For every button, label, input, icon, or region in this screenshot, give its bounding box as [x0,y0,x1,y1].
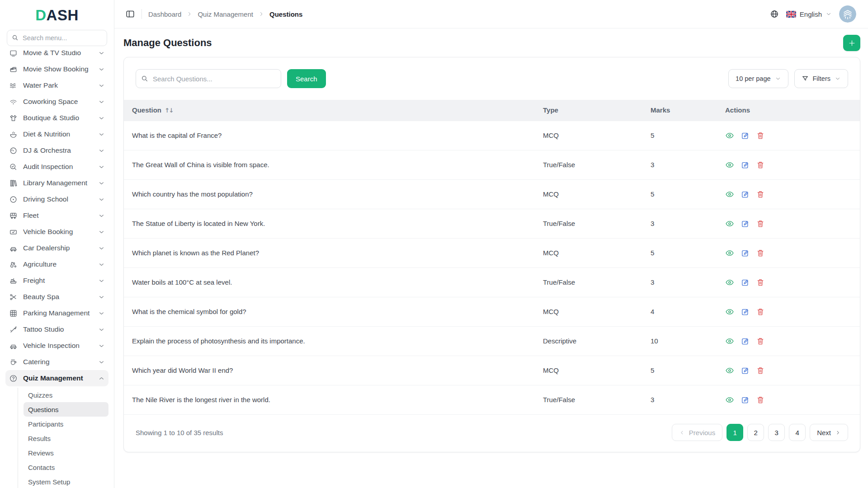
edit-pencil-icon [741,190,750,199]
view-button[interactable] [725,366,734,375]
question-search-input[interactable] [136,69,281,88]
breadcrumb-questions: Questions [269,10,302,18]
sidebar-toggle-button[interactable] [125,9,135,19]
delete-button[interactable] [756,307,765,316]
globe-button[interactable] [770,9,779,19]
sidebar: DASH Movie & TV StudioMovie Show Booking… [0,0,114,488]
view-button[interactable] [725,307,734,316]
sidebar-item-parking-management[interactable]: Parking Management [5,305,108,321]
delete-button[interactable] [756,366,765,375]
previous-label: Previous [689,429,715,436]
sidebar-item-agriculture[interactable]: Agriculture [5,256,108,272]
trash-icon [756,160,765,169]
sidebar-item-label: Freight [23,277,93,285]
sidebar-item-water-park[interactable]: Water Park [5,77,108,94]
delete-button[interactable] [756,249,765,258]
sidebar-item-boutique-studio[interactable]: Boutique & Studio [5,110,108,126]
edit-button[interactable] [741,190,750,199]
sidebar-search-input[interactable] [7,30,107,46]
user-avatar[interactable] [839,5,856,23]
sidebar-item-diet-nutrition[interactable]: Diet & Nutrition [5,126,108,142]
sidebar-item-fleet[interactable]: Fleet [5,207,108,224]
per-page-select[interactable]: 10 per page [728,69,788,88]
movie-tv-studio-icon [9,51,18,57]
marks-cell: 4 [651,297,725,326]
view-button[interactable] [725,219,734,228]
view-button[interactable] [725,278,734,287]
sidebar-item-coworking-space[interactable]: Coworking Space [5,94,108,110]
eye-icon [725,307,734,316]
edit-pencil-icon [741,219,750,228]
page-button-4[interactable]: 4 [789,424,806,441]
page-button-2[interactable]: 2 [747,424,764,441]
brand-logo[interactable]: DASH [0,7,114,24]
sidebar-item-movie-show-booking[interactable]: Movie Show Booking [5,61,108,77]
sidebar-item-tattoo-studio[interactable]: Tattoo Studio [5,321,108,338]
sidebar-subitem-questions[interactable]: Questions [24,402,108,417]
sidebar-item-vehicle-inspection[interactable]: Vehicle Inspection [5,338,108,354]
table-row: Which planet is known as the Red Planet?… [124,238,860,267]
delete-button[interactable] [756,190,765,199]
delete-button[interactable] [756,219,765,228]
actions-cell [725,385,860,414]
sidebar-subitem-reviews[interactable]: Reviews [24,446,108,460]
sidebar-item-label: Coworking Space [23,98,93,106]
chevron-down-icon [98,99,105,105]
edit-button[interactable] [741,366,750,375]
edit-button[interactable] [741,131,750,140]
next-page-button[interactable]: Next [810,424,848,441]
edit-button[interactable] [741,249,750,258]
delete-button[interactable] [756,395,765,404]
sidebar-item-vehicle-booking[interactable]: Vehicle Booking [5,224,108,240]
page-button-3[interactable]: 3 [768,424,785,441]
add-question-button[interactable] [843,35,860,51]
previous-page-button[interactable]: Previous [672,424,722,441]
edit-button[interactable] [741,395,750,404]
breadcrumb-dashboard[interactable]: Dashboard [148,10,181,18]
sort-icon[interactable]: ↑↓ [165,107,173,114]
delete-button[interactable] [756,337,765,346]
view-button[interactable] [725,160,734,169]
type-cell: True/False [543,150,651,179]
view-button[interactable] [725,131,734,140]
sidebar-item-car-dealership[interactable]: Car Dealership [5,240,108,256]
sidebar-item-label: Diet & Nutrition [23,130,93,138]
sidebar-item-movie-tv-studio[interactable]: Movie & TV Studio [5,51,108,61]
delete-button[interactable] [756,131,765,140]
sidebar-subitem-results[interactable]: Results [24,431,108,446]
edit-button[interactable] [741,337,750,346]
chevron-down-icon [835,75,841,82]
table-row: Which year did World War II end?MCQ5 [124,356,860,385]
sidebar-item-beauty-spa[interactable]: Beauty Spa [5,289,108,305]
edit-button[interactable] [741,160,750,169]
sidebar-subitem-participants[interactable]: Participants [24,417,108,431]
view-button[interactable] [725,249,734,258]
sidebar-subitem-quizzes[interactable]: Quizzes [24,388,108,402]
sidebar-item-freight[interactable]: Freight [5,272,108,289]
sidebar-subitem-contacts[interactable]: Contacts [24,460,108,474]
view-button[interactable] [725,190,734,199]
breadcrumb-quiz-management[interactable]: Quiz Management [198,10,253,18]
diet-nutrition-icon [9,130,18,139]
filters-button[interactable]: Filters [794,69,848,88]
sidebar-item-driving-school[interactable]: Driving School [5,191,108,207]
sidebar-item-catering[interactable]: Catering [5,354,108,370]
view-button[interactable] [725,337,734,346]
search-button[interactable]: Search [287,69,326,88]
page-button-1[interactable]: 1 [726,424,743,441]
sidebar-item-quiz-management[interactable]: Quiz Management [5,370,108,386]
sidebar-item-audit-inspection[interactable]: Audit Inspection [5,159,108,175]
movie-show-booking-icon [9,65,18,74]
actions-cell [725,267,860,297]
language-selector[interactable]: English [786,10,832,18]
sidebar-item-library-management[interactable]: Library Management [5,175,108,191]
edit-button[interactable] [741,219,750,228]
sidebar-item-dj-orchestra[interactable]: DJ & Orchestra [5,142,108,159]
delete-button[interactable] [756,160,765,169]
edit-button[interactable] [741,307,750,316]
sidebar-subitem-system-setup[interactable]: System Setup [24,474,108,488]
edit-button[interactable] [741,278,750,287]
delete-button[interactable] [756,278,765,287]
view-button[interactable] [725,395,734,404]
chevron-down-icon [98,212,105,219]
